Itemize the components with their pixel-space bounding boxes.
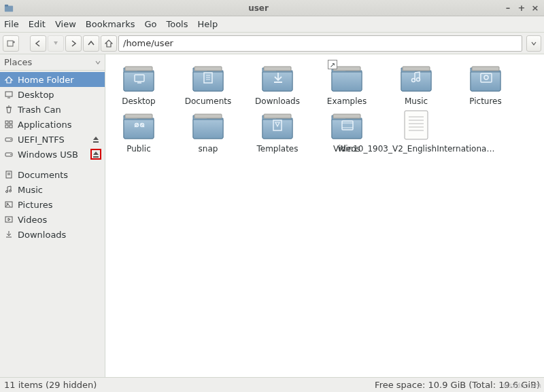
main-area: Places Home FolderDesktopTrash CanApplic… (0, 54, 544, 377)
window-title: user (18, 3, 499, 13)
icon-view[interactable]: DesktopDocumentsDownloads↗ExamplesMusicP… (105, 54, 544, 377)
sidebar: Places Home FolderDesktopTrash CanApplic… (0, 54, 105, 377)
doc-icon (4, 170, 14, 179)
file-name: Desktop (122, 96, 156, 106)
svg-point-12 (10, 139, 12, 141)
sidebar-item-label: Windows USB (18, 149, 87, 160)
sidebar-item-uefi-ntfs[interactable]: UEFI_NTFS (0, 132, 105, 147)
folder-icon (260, 61, 295, 94)
close-button[interactable]: × (530, 3, 540, 13)
file-item[interactable]: Documents (179, 61, 237, 106)
svg-rect-8 (10, 121, 12, 124)
file-item[interactable]: Downloads (248, 61, 307, 106)
svg-rect-32 (333, 67, 360, 71)
sidebar-item-applications[interactable]: Applications (0, 117, 105, 132)
svg-point-14 (10, 154, 12, 156)
folder-icon (260, 109, 295, 141)
svg-rect-7 (5, 121, 8, 124)
eject-icon[interactable] (91, 135, 101, 144)
svg-rect-0 (5, 5, 13, 12)
desktop-icon (4, 90, 14, 99)
sidebar-item-trash-can[interactable]: Trash Can (0, 102, 105, 117)
sidebar-item-label: Applications (18, 120, 101, 130)
file-item[interactable]: Desktop (109, 61, 168, 106)
file-item[interactable]: Music (387, 61, 445, 106)
sidebar-item-desktop[interactable]: Desktop (0, 87, 105, 102)
file-item[interactable]: Public (109, 109, 168, 154)
path-input[interactable]: /home/user (118, 35, 522, 52)
file-name: Templates (256, 144, 298, 154)
trash-icon (4, 105, 14, 114)
svg-rect-26 (194, 67, 222, 71)
menu-view[interactable]: View (55, 19, 76, 29)
file-item[interactable]: ↗Examples (318, 61, 376, 106)
file-name: Win10_1903_V2_EnglishInternationa… (338, 144, 495, 154)
new-tab-button[interactable] (3, 35, 19, 52)
status-items: 11 items (29 hidden) (4, 380, 97, 390)
svg-rect-49 (405, 111, 428, 139)
sidebar-item-downloads[interactable]: Downloads (0, 227, 105, 242)
titlebar: user – + × (0, 0, 544, 16)
svg-rect-1 (5, 4, 8, 6)
folder-icon (121, 109, 156, 141)
svg-point-19 (10, 190, 12, 192)
svg-rect-36 (472, 67, 499, 71)
sidebar-item-label: Music (18, 185, 101, 195)
sidebar-item-label: Videos (18, 215, 101, 225)
file-name: Pictures (469, 96, 502, 106)
toolbar: /home/user (0, 33, 544, 54)
sidebar-item-label: Documents (18, 170, 101, 180)
sidebar-list: Home FolderDesktopTrash CanApplicationsU… (0, 71, 105, 377)
sidebar-item-windows-usb[interactable]: Windows USB (0, 147, 105, 162)
sidebar-item-label: Downloads (18, 230, 101, 240)
file-name: Downloads (255, 96, 300, 106)
minimize-button[interactable]: – (503, 3, 513, 13)
sidebar-item-documents[interactable]: Documents (0, 167, 105, 182)
file-item[interactable]: Pictures (456, 61, 515, 106)
sidebar-item-home-folder[interactable]: Home Folder (0, 72, 105, 87)
menu-bookmarks[interactable]: Bookmarks (86, 19, 135, 29)
pictures-icon (4, 200, 14, 209)
eject-icon[interactable] (91, 149, 101, 159)
file-name: snap (199, 144, 218, 154)
sidebar-item-label: Pictures (18, 200, 101, 210)
forward-button[interactable] (65, 35, 82, 52)
sidebar-item-music[interactable]: Music (0, 182, 105, 197)
menu-tools[interactable]: Tools (166, 19, 188, 29)
drive-icon (4, 149, 14, 159)
path-history-button[interactable] (526, 35, 541, 52)
file-item[interactable]: Win10_1903_V2_EnglishInternationa… (387, 109, 445, 154)
menu-go[interactable]: Go (144, 19, 156, 29)
svg-rect-10 (10, 125, 12, 128)
up-button[interactable] (83, 35, 99, 52)
chevron-down-icon (95, 60, 101, 65)
file-name: Documents (185, 96, 231, 106)
svg-rect-33 (403, 67, 430, 71)
file-item[interactable]: snap (179, 109, 237, 154)
back-history-button[interactable] (48, 35, 64, 52)
svg-rect-42 (194, 114, 222, 118)
maximize-button[interactable]: + (517, 3, 526, 13)
sidebar-item-label: Desktop (18, 90, 101, 100)
file-name: Public (126, 144, 151, 154)
menu-help[interactable]: Help (198, 19, 218, 29)
svg-rect-43 (264, 114, 291, 118)
sidebar-item-videos[interactable]: Videos (0, 212, 105, 227)
menu-file[interactable]: File (4, 19, 19, 29)
file-name: Music (405, 96, 428, 106)
home-button[interactable] (101, 35, 117, 52)
menu-edit[interactable]: Edit (29, 19, 46, 29)
folder-icon (398, 61, 434, 94)
file-item[interactable]: Templates (248, 109, 307, 154)
svg-rect-23 (125, 67, 152, 71)
watermark: wsxdn.com (503, 382, 541, 389)
svg-rect-45 (333, 114, 360, 118)
svg-point-18 (6, 191, 8, 193)
sidebar-item-pictures[interactable]: Pictures (0, 197, 105, 212)
sidebar-item-label: Home Folder (18, 75, 101, 85)
sidebar-header[interactable]: Places (0, 54, 105, 71)
document-icon (402, 109, 430, 141)
apps-icon (4, 120, 14, 129)
back-button[interactable] (30, 35, 46, 52)
menubar: File Edit View Bookmarks Go Tools Help (0, 16, 544, 33)
